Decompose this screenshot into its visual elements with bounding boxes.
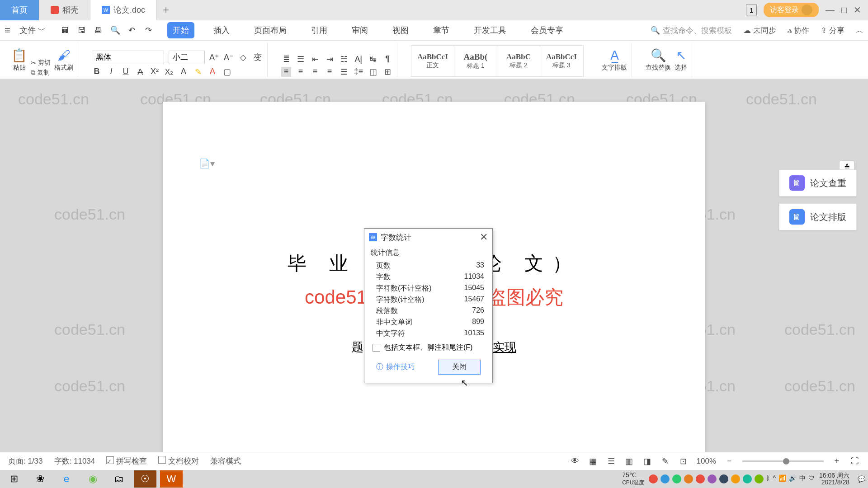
- text-effect-icon[interactable]: A: [179, 67, 189, 77]
- volume-icon[interactable]: 🔊: [789, 474, 797, 483]
- font-size-select[interactable]: [169, 51, 205, 64]
- view-outline-icon[interactable]: ☰: [606, 456, 616, 466]
- font-family-select[interactable]: [92, 51, 164, 64]
- dialog-close-icon[interactable]: ✕: [480, 231, 488, 243]
- align-center-icon[interactable]: ≡: [296, 67, 306, 77]
- view-web-icon[interactable]: ◨: [642, 456, 652, 466]
- include-textbox-checkbox[interactable]: 包括文本框、脚注和尾注(F): [373, 343, 484, 352]
- shading-icon[interactable]: ◫: [368, 67, 378, 77]
- task-app1[interactable]: ❀: [29, 470, 52, 488]
- ribbon-tab-start[interactable]: 开始: [167, 22, 194, 38]
- ribbon-tab-pagelayout[interactable]: 页面布局: [249, 22, 292, 38]
- close-window-button[interactable]: ✕: [854, 5, 861, 15]
- save-icon[interactable]: 🖬: [60, 25, 70, 35]
- tray-icon[interactable]: [660, 474, 670, 483]
- redo-icon[interactable]: ↷: [144, 25, 154, 35]
- zoom-in-icon[interactable]: +: [832, 456, 842, 466]
- zoom-fit-icon[interactable]: ⊡: [679, 456, 689, 466]
- decrease-font-icon[interactable]: A⁻: [224, 52, 234, 62]
- minimize-button[interactable]: —: [826, 5, 835, 15]
- fullscreen-icon[interactable]: ⛶: [850, 456, 860, 466]
- numbering-icon[interactable]: ☰: [296, 54, 306, 64]
- print-preview-icon[interactable]: 🔍: [110, 25, 120, 35]
- increase-font-icon[interactable]: A⁺: [209, 52, 219, 62]
- status-proofread[interactable]: 文档校对: [158, 456, 199, 466]
- ribbon-tab-devtools[interactable]: 开发工具: [468, 22, 512, 38]
- italic-icon[interactable]: I: [106, 67, 116, 77]
- tray-nvidia-icon[interactable]: [755, 474, 764, 483]
- strike-icon[interactable]: A̶: [135, 67, 145, 77]
- side-plagiarism-check[interactable]: 🗎论文查重: [779, 169, 857, 197]
- font-color-icon[interactable]: A: [208, 67, 217, 77]
- command-search[interactable]: 🔍查找命令、搜索模板: [651, 25, 732, 36]
- distribute-icon[interactable]: ☰: [339, 67, 349, 77]
- ribbon-tab-review[interactable]: 审阅: [346, 22, 373, 38]
- tray-icon[interactable]: [684, 474, 693, 483]
- paste-button[interactable]: 📋粘贴: [11, 43, 27, 77]
- cooperate-button[interactable]: ஃ 协作: [788, 25, 810, 36]
- undo-icon[interactable]: ↶: [127, 25, 137, 35]
- format-painter-button[interactable]: 🖌格式刷: [54, 43, 73, 77]
- share-button[interactable]: ⇪ 分享: [821, 25, 844, 36]
- align-left-icon[interactable]: ≡: [281, 67, 291, 77]
- sort-icon[interactable]: Aǀ: [354, 54, 363, 64]
- style-body[interactable]: AaBbCcI正文: [411, 46, 454, 76]
- tray-icon[interactable]: [731, 474, 740, 483]
- superscript-icon[interactable]: X²: [150, 67, 160, 77]
- zoom-slider[interactable]: [742, 460, 824, 462]
- ribbon-tab-view[interactable]: 视图: [387, 22, 414, 38]
- highlight-icon[interactable]: ✎: [193, 67, 203, 77]
- tray-icon[interactable]: [708, 474, 717, 483]
- tab-home[interactable]: 首页: [0, 0, 39, 20]
- zoom-value[interactable]: 100%: [697, 457, 716, 466]
- eye-icon[interactable]: 👁: [570, 456, 580, 466]
- underline-icon[interactable]: U: [121, 67, 131, 77]
- bullets-icon[interactable]: ≣: [281, 54, 291, 64]
- style-h3[interactable]: AaBbCcI标题 3: [540, 46, 583, 76]
- ribbon-tab-chapter[interactable]: 章节: [428, 22, 455, 38]
- status-words[interactable]: 字数: 11034: [54, 456, 95, 466]
- find-replace-button[interactable]: 🔍查找替换: [646, 43, 671, 77]
- text-layout-button[interactable]: A̲文字排版: [602, 43, 627, 77]
- copy-button[interactable]: ⧉ 复制: [31, 69, 51, 77]
- style-h2[interactable]: AaBbC标题 2: [497, 46, 540, 76]
- ime-icon[interactable]: 中: [799, 474, 806, 483]
- save-as-icon[interactable]: 🖫: [77, 25, 87, 35]
- sync-status[interactable]: ☁ 未同步: [743, 25, 776, 36]
- task-explorer[interactable]: 🗂: [108, 470, 130, 488]
- maximize-button[interactable]: □: [841, 5, 847, 15]
- zoom-out-icon[interactable]: −: [724, 456, 734, 466]
- asian-layout-icon[interactable]: ☵: [339, 54, 349, 64]
- decrease-indent-icon[interactable]: ⇤: [310, 54, 320, 64]
- subscript-icon[interactable]: X₂: [164, 67, 174, 77]
- file-menu[interactable]: 文件 ﹀: [16, 25, 49, 36]
- operation-tips-link[interactable]: ⓘ操作技巧: [376, 362, 415, 372]
- cut-button[interactable]: ✂ 剪切: [31, 59, 51, 67]
- align-right-icon[interactable]: ≡: [310, 67, 320, 77]
- bold-icon[interactable]: B: [92, 67, 102, 77]
- taskbar-clock[interactable]: 16:06 周六 2021/8/28: [819, 472, 849, 486]
- security-icon[interactable]: 🛡: [808, 474, 815, 483]
- guest-login-button[interactable]: 访客登录: [764, 3, 819, 17]
- tray-icon[interactable]: [649, 474, 658, 483]
- print-icon[interactable]: 🖶: [94, 25, 104, 35]
- task-browser[interactable]: ◉: [81, 470, 104, 488]
- tray-icon[interactable]: [743, 474, 752, 483]
- style-gallery[interactable]: AaBbCcI正文 AaBb(标题 1 AaBbC标题 2 AaBbCcI标题 …: [411, 45, 584, 77]
- wifi-icon[interactable]: 📶: [778, 474, 786, 483]
- edit-icon[interactable]: ✎: [660, 456, 670, 466]
- notifications-icon[interactable]: 💬: [858, 475, 865, 483]
- new-tab-button[interactable]: +: [157, 4, 175, 16]
- side-thesis-layout[interactable]: 🗎论文排版: [779, 203, 857, 230]
- tab-symbol-icon[interactable]: ↹: [368, 54, 378, 64]
- dialog-close-button[interactable]: 关闭: [438, 360, 481, 375]
- view-page-icon[interactable]: ▦: [588, 456, 598, 466]
- style-h1[interactable]: AaBb(标题 1: [454, 46, 497, 76]
- borders-icon[interactable]: ⊞: [382, 67, 392, 77]
- ribbon-tab-insert[interactable]: 插入: [208, 22, 235, 38]
- menu-up-icon[interactable]: ︿: [856, 25, 863, 36]
- start-button[interactable]: ⊞: [3, 470, 25, 488]
- char-border-icon[interactable]: ▢: [222, 67, 232, 77]
- task-ie[interactable]: e: [55, 470, 78, 488]
- tray-icon[interactable]: [672, 474, 681, 483]
